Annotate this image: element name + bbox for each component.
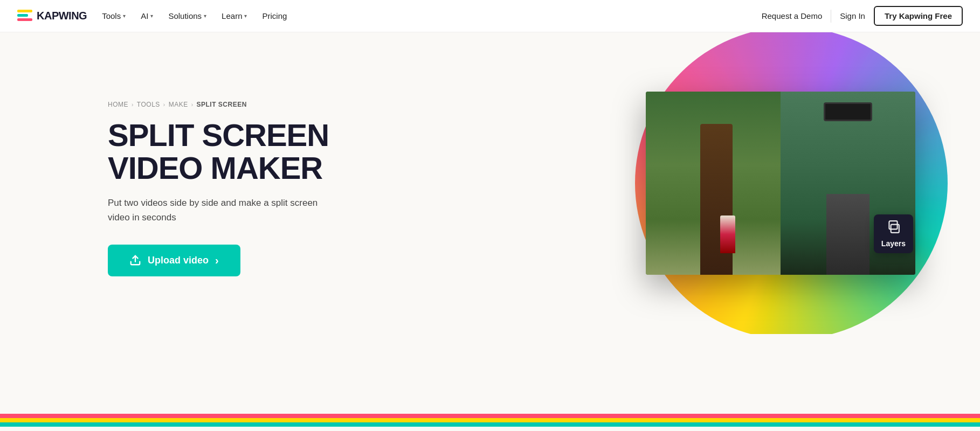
nav-ai[interactable]: AI ▾ xyxy=(141,11,153,20)
upload-button-label: Upload video xyxy=(148,255,209,266)
layers-icon xyxy=(886,220,900,237)
request-demo-button[interactable]: Request a Demo xyxy=(762,11,823,20)
logo-text: KAPWING xyxy=(37,10,87,22)
nav-right: Request a Demo Sign In Try Kapwing Free xyxy=(762,6,963,26)
upload-video-button[interactable]: Upload video › xyxy=(108,245,240,276)
logo[interactable]: KAPWING xyxy=(17,10,87,23)
sign-in-button[interactable]: Sign In xyxy=(840,11,865,20)
arrow-icon: › xyxy=(215,254,219,267)
breadcrumb-sep-3: › xyxy=(191,102,194,108)
layers-badge: Layers xyxy=(874,214,913,253)
logo-icon xyxy=(17,10,32,23)
person-element xyxy=(720,215,735,253)
layers-label: Layers xyxy=(881,239,906,248)
hero-description: Put two videos side by side and make a s… xyxy=(108,196,334,225)
main-content: HOME › TOOLS › MAKE › SPLIT SCREEN SPLIT… xyxy=(0,32,980,334)
breadcrumb-make[interactable]: MAKE xyxy=(169,101,188,108)
chevron-down-icon: ▾ xyxy=(244,13,247,19)
nav-pricing[interactable]: Pricing xyxy=(262,11,287,20)
breadcrumb: HOME › TOOLS › MAKE › SPLIT SCREEN xyxy=(108,101,388,108)
nav-learn[interactable]: Learn ▾ xyxy=(222,11,247,20)
nav-divider xyxy=(831,10,831,23)
breadcrumb-sep-2: › xyxy=(163,102,165,108)
hero-left: HOME › TOOLS › MAKE › SPLIT SCREEN SPLIT… xyxy=(108,90,388,276)
breadcrumb-sep-1: › xyxy=(132,102,134,108)
chevron-down-icon: ▾ xyxy=(204,13,206,19)
nav-tools[interactable]: Tools ▾ xyxy=(102,11,126,20)
hero-right: Layers xyxy=(388,32,980,334)
chevron-down-icon: ▾ xyxy=(150,13,153,19)
video-panel-forest xyxy=(646,92,781,275)
road-element xyxy=(826,194,869,275)
breadcrumb-current: SPLIT SCREEN xyxy=(197,101,247,108)
breadcrumb-home[interactable]: HOME xyxy=(108,101,128,108)
nav-solutions[interactable]: Solutions ▾ xyxy=(168,11,206,20)
rearview-mirror xyxy=(824,102,872,121)
upload-icon xyxy=(129,254,141,266)
nav-left: KAPWING Tools ▾ AI ▾ Solutions ▾ Learn ▾… xyxy=(17,10,287,23)
navbar: KAPWING Tools ▾ AI ▾ Solutions ▾ Learn ▾… xyxy=(0,0,980,32)
chevron-down-icon: ▾ xyxy=(123,13,126,19)
try-kapwing-button[interactable]: Try Kapwing Free xyxy=(874,6,963,26)
breadcrumb-tools[interactable]: TOOLS xyxy=(137,101,160,108)
hero-title: SPLIT SCREEN VIDEO MAKER xyxy=(108,119,388,185)
